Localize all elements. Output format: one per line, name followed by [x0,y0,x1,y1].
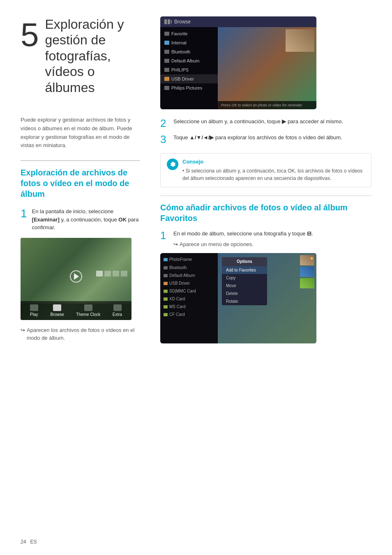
ui-menu: Favorite Internal Bluetooth Default Albu… [160,27,218,109]
section2-heading: Cómo añadir archivos de fotos o vídeo al… [160,202,371,223]
options-dialog: Options Add to Favorites Copy Move Delet… [222,257,267,305]
star-icon: ✦ [309,255,314,262]
usb-icon [164,77,169,81]
options-screenshot: PhotoFrame Bluetooth Default Album USB D… [160,253,316,343]
ui-body: Favorite Internal Bluetooth Default Albu… [160,27,316,109]
menu-philips-pictures[interactable]: Philips Pictures [160,83,218,92]
default-album-icon [164,59,169,63]
nav-browse: Browse [50,304,64,317]
section2-step1: 1 En el modo de álbum, seleccione una fo… [160,230,371,248]
section-divider [21,160,140,161]
options-menu-panel: PhotoFrame Bluetooth Default Album USB D… [160,253,218,343]
section1-heading: Exploración de archivos de fotos o vídeo… [21,167,140,199]
step1-content: En la pantalla de inicio, seleccione [Ex… [32,207,140,232]
consejo-icon: ✽ [167,159,178,170]
menu-default-album[interactable]: Default Album [160,56,218,65]
menu-usb-driver[interactable]: USB Driver [160,74,218,83]
options-delete[interactable]: Delete [222,290,267,297]
right-steps: 2 Seleccione un álbum y, a continuación,… [160,117,371,145]
step1-examinar: [Examinar] [32,216,60,223]
intro-text: Puede explorar y gestionar archivos de f… [21,116,140,150]
preview-thumb [286,29,314,52]
menu-internal[interactable]: Internal [160,38,218,47]
options-copy[interactable]: Copy [222,274,267,282]
options-rotate[interactable]: Rotate [222,297,267,305]
internal-icon [164,41,169,45]
bluetooth-icon [164,50,169,54]
favorite-icon [164,32,169,36]
step1-number: 1 [21,207,27,220]
options-add-favorites[interactable]: Add to Favorites [222,266,267,274]
ui-top-bar: Browse [160,16,316,27]
consejo-box: ✽ Consejo • Si selecciona un álbum y, a … [160,153,371,187]
nav-theme-clock: Theme Clock [76,304,100,317]
step2-text: Seleccione un álbum y, a continuación, t… [173,117,343,126]
step2-number: 2 [160,117,168,129]
step1-result: Aparecen los archivos de fotos o vídeos … [21,326,140,342]
page-number: 24 ES [21,539,37,545]
device-screenshot: Play Browse Theme Clock Extra [21,238,131,320]
browse-ui-screenshot: Browse Favorite Internal Bluetooth [160,16,316,109]
step3-number: 3 [160,134,168,145]
menu-favorite[interactable]: Favorite [160,29,218,38]
nav-bar: Play Browse Theme Clock Extra [21,301,131,320]
browse-icon [164,19,172,25]
options-move[interactable]: Move [222,282,267,290]
thumb2 [300,267,314,277]
menu-bluetooth[interactable]: Bluetooth [160,47,218,56]
options-dialog-title: Options [222,257,267,266]
browse-title: Browse [174,19,191,25]
ui-preview: Press OK to select an photo or video for… [218,27,316,109]
philips-icon [164,68,169,72]
step3-text: Toque ▲/▼/◄/▶ para explorar los archivos… [173,134,342,142]
chapter-number: 5 [21,18,39,51]
section2-step1-text: En el modo de álbum, seleccione una foto… [173,230,313,248]
chapter-title: Exploración y gestión de fotografías, ví… [45,16,140,95]
step1-block: 1 En la pantalla de inicio, seleccione [… [21,207,140,232]
thumb3 [300,278,314,288]
ui-status-bar: Press OK to select an photo or video for… [218,101,316,109]
section2-arrow-result: Aparece un menú de opciones. [173,240,313,249]
step3-block: 3 Toque ▲/▼/◄/▶ para explorar los archiv… [160,134,371,145]
consejo-title: Consejo [182,159,365,165]
section2-step1-number: 1 [160,230,168,242]
nav-play: Play [30,304,38,317]
options-preview-panel: Options Add to Favorites Copy Move Delet… [218,253,316,343]
consejo-text: • Si selecciona un álbum y, a continuaci… [182,167,365,182]
consejo-content: Consejo • Si selecciona un álbum y, a co… [182,159,365,182]
nav-extra: Extra [113,304,122,317]
step1-ok: OK [118,216,127,223]
menu-philips[interactable]: PHILIPS [160,65,218,74]
pictures-icon [164,86,169,90]
step2-block: 2 Seleccione un álbum y, a continuación,… [160,117,371,129]
section2-divider [160,196,371,196]
